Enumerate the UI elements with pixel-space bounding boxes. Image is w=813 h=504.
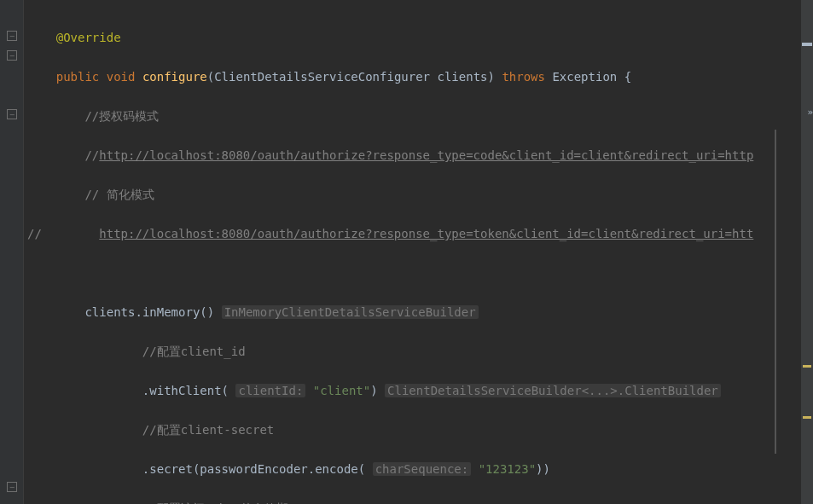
scrollbar[interactable]: » [801,0,813,504]
scroll-marker-warning [803,416,811,419]
comment: //授权码模式 [84,109,159,123]
code-line: // 简化模式 [24,185,801,205]
exception-type: Exception [552,70,617,84]
var-clients: clients [84,305,135,319]
method-call: withClient [149,384,221,397]
fold-icon[interactable]: − [7,50,17,61]
keyword-public: public [56,70,100,84]
comment-slash: // [27,227,42,240]
code-line: //授权码模式 [24,107,801,126]
code-line: public void configure(ClientDetailsServi… [24,67,801,87]
fold-icon[interactable]: − [7,482,17,492]
editor-gutter: − − − − [0,0,24,504]
keyword-throws: throws [502,70,545,84]
scroll-marker-top [802,43,812,46]
fold-icon[interactable]: − [7,31,17,41]
method-call: secret [149,462,193,476]
param-hint: clientId: [235,384,305,397]
comment-slash: // [84,148,99,162]
block-guide-line [775,130,776,454]
code-line: //http://localhost:8080/oauth/authorize?… [24,146,801,165]
inline-hint: InMemoryClientDetailsServiceBuilder [222,305,479,319]
param-name: clients [438,70,488,84]
inline-hint: ClientDetailsServiceBuilder<...>.ClientB… [385,384,721,397]
comment: //配置client_id [142,345,246,358]
string-literal: "client" [313,384,370,397]
param-hint: charSequence: [373,462,472,476]
comment: // 简化模式 [84,188,154,201]
code-editor[interactable]: @Override public void configure(ClientDe… [24,0,801,504]
code-line [24,264,801,283]
code-line: //配置client-secret [24,420,801,440]
method-call: encode [315,462,358,476]
code-line: // http://localhost:8080/oauth/authorize… [24,224,801,244]
fold-icon[interactable]: − [7,109,17,119]
code-line: @Override [24,28,801,48]
method-name: configure [142,70,207,84]
comment-url: http://localhost:8080/oauth/authorize?re… [99,148,753,162]
comment-url: http://localhost:8080/oauth/authorize?re… [99,227,753,240]
code-line: //配置client_id [24,342,801,362]
keyword-void: void [107,70,136,84]
code-line: clients.inMemory() InMemoryClientDetails… [24,303,801,322]
code-line: .withClient( clientId: "client") ClientD… [24,381,801,401]
method-call: inMemory [142,305,200,319]
field: passwordEncoder [200,462,307,476]
param-type: ClientDetailsServiceConfigurer [214,70,430,84]
scroll-marker-warning [803,365,811,368]
code-line: //配置访问token的有效期 [24,499,801,504]
annotation: @Override [56,31,121,44]
code-line: .secret(passwordEncoder.encode( charSequ… [24,460,801,479]
string-literal: "123123" [479,462,536,476]
chevron-right-icon: » [807,102,813,122]
comment: //配置client-secret [142,423,274,437]
